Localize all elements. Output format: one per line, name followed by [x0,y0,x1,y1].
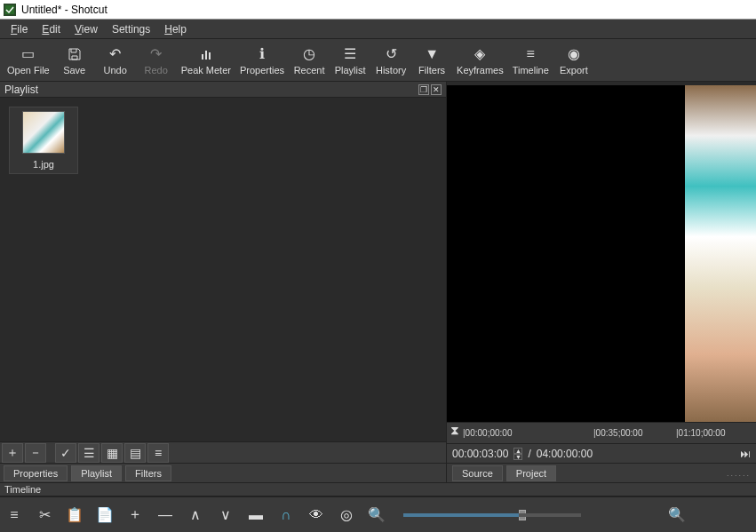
time-spinner[interactable]: ▲▼ [513,448,522,460]
save-button[interactable]: Save [55,41,94,80]
current-time[interactable]: 00:00:03:00 [452,448,508,460]
app-icon [4,4,16,16]
undo-button[interactable]: ↶Undo [96,41,135,80]
redo-icon: ↷ [150,45,162,63]
title-bar: Untitled* - Shotcut [0,0,756,20]
window-title: Untitled* - Shotcut [21,4,107,16]
tab-filters[interactable]: Filters [125,465,171,481]
ruler-mark: |01:10;00:00 [676,428,725,438]
main-toolbar: ▭Open File Save ↶Undo ↷Redo Peak Meter ℹ… [0,39,756,82]
keyframes-icon: ◈ [474,45,485,63]
redo-button[interactable]: ↷Redo [137,41,176,80]
append-button[interactable]: ＋ [126,506,144,524]
insert-button[interactable]: ∨ [217,506,235,524]
left-tabs: Properties Playlist Filters [0,463,446,482]
ruler-mark: |00:00;00:00 [463,428,512,438]
meter-icon [199,45,213,63]
timeline-toolbar: ≡ ✂ 📋 📄 ＋ — ∧ ∨ ▬ ∩ 👁 ◎ 🔍 🔍 [0,496,756,532]
preview-ruler[interactable]: ⧗ |00:00;00:00 |00:35;00:00 |01:10;00:00 [447,422,756,443]
playlist-panel: Playlist ❐ ✕ 1.jpg ＋ － ✓ ☰ ▦ ▤ ≡ Propert… [0,82,446,482]
scrub-button[interactable]: 👁 [307,506,325,524]
menu-settings[interactable]: Settings [105,21,157,37]
tab-playlist[interactable]: Playlist [71,465,122,481]
zoom-slider[interactable] [403,513,581,517]
view-tiles-button[interactable]: ▦ [101,443,123,463]
funnel-icon: ▼ [425,45,439,63]
menu-bar: File Edit View Settings Help [0,20,756,39]
history-button[interactable]: ↺History [371,41,410,80]
playlist-panel-title: Playlist [4,83,38,96]
info-icon: ℹ [259,45,265,63]
playlist-item[interactable]: 1.jpg [9,107,78,174]
timeline-button[interactable]: ≡Timeline [509,41,553,80]
ripple-button[interactable]: ◎ [338,506,355,524]
skip-end-button[interactable]: ⏭ [740,448,751,460]
keyframes-button[interactable]: ◈Keyframes [453,41,507,80]
paste-button[interactable]: 📄 [96,506,114,524]
timeline-title: Timeline [0,482,756,496]
menu-file[interactable]: File [4,21,35,37]
ellipsis: ...... [727,469,751,478]
properties-button[interactable]: ℹProperties [236,41,288,80]
update-button[interactable]: ✓ [55,443,76,463]
list-icon: ☰ [344,45,356,63]
slider-handle[interactable] [519,510,526,520]
remove-button[interactable]: － [25,443,46,463]
chevron-up-icon[interactable]: ▲ [513,448,522,454]
timeline-icon: ≡ [527,45,535,63]
menu-view[interactable]: View [68,21,105,37]
svg-rect-3 [209,52,211,60]
ripple-delete-button[interactable]: — [156,506,174,524]
recent-button[interactable]: ◷Recent [290,41,329,80]
peak-meter-button[interactable]: Peak Meter [178,41,235,80]
video-preview[interactable] [447,85,756,422]
view-list-button[interactable]: ☰ [78,443,99,463]
save-icon [68,45,82,63]
time-separator: / [528,448,530,460]
total-time: 04:00:00:00 [537,448,593,460]
playlist-menu-button[interactable]: ≡ [147,443,169,463]
playhead-icon[interactable]: ⧗ [450,423,459,438]
add-button[interactable]: ＋ [2,443,23,463]
preview-image [685,85,756,422]
tab-properties[interactable]: Properties [4,465,68,481]
overwrite-button[interactable]: ▬ [247,506,265,524]
close-panel-icon[interactable]: ✕ [431,84,442,95]
main-content: Playlist ❐ ✕ 1.jpg ＋ － ✓ ☰ ▦ ▤ ≡ Propert… [0,82,756,482]
thumbnail [22,111,65,154]
timeline-panel: Timeline ≡ ✂ 📋 📄 ＋ — ∧ ∨ ▬ ∩ 👁 ◎ 🔍 🔍 [0,482,756,532]
preview-tabs: Source Project ...... [447,463,756,482]
menu-help[interactable]: Help [157,21,194,37]
tab-source[interactable]: Source [452,465,503,481]
chevron-down-icon[interactable]: ▼ [513,454,522,460]
export-icon: ◉ [568,45,580,63]
export-button[interactable]: ◉Export [554,41,593,80]
preview-panel: ⧗ |00:00;00:00 |00:35;00:00 |01:10;00:00… [446,82,756,482]
undock-icon[interactable]: ❐ [418,84,429,95]
zoom-out-button[interactable]: 🔍 [368,506,386,524]
view-icons-button[interactable]: ▤ [124,443,146,463]
zoom-in-button[interactable]: 🔍 [668,506,686,524]
svg-rect-1 [202,54,203,60]
filters-button[interactable]: ▼Filters [412,41,451,80]
menu-edit[interactable]: Edit [35,21,68,37]
timeline-menu-button[interactable]: ≡ [5,506,23,524]
history-icon: ↺ [386,45,397,63]
playlist-button[interactable]: ☰Playlist [330,41,370,80]
ruler-mark: |00:35;00:00 [593,428,642,438]
svg-rect-2 [205,51,207,60]
playlist-panel-header: Playlist ❐ ✕ [0,82,446,98]
playlist-toolbar: ＋ － ✓ ☰ ▦ ▤ ≡ [0,441,446,463]
snap-button[interactable]: ∩ [277,506,295,524]
undo-icon: ↶ [109,45,121,63]
folder-open-icon: ▭ [21,45,35,63]
tab-project[interactable]: Project [506,465,556,481]
time-controls: 00:00:03:00 ▲▼ / 04:00:00:00 ⏭ [447,443,756,463]
playlist-grid[interactable]: 1.jpg [0,98,446,441]
clock-icon: ◷ [303,45,315,63]
lift-button[interactable]: ∧ [187,506,204,524]
playlist-item-label: 1.jpg [33,159,54,170]
open-file-button[interactable]: ▭Open File [4,41,53,80]
cut-button[interactable]: ✂ [36,506,53,524]
copy-button[interactable]: 📋 [66,506,84,524]
